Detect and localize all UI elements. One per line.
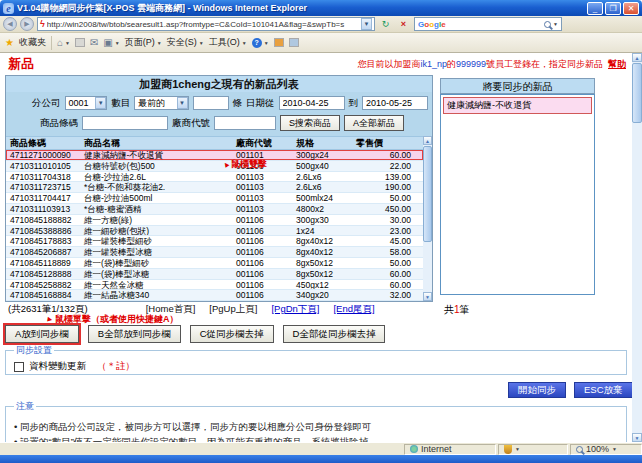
window-title: V1.04購物網同步作業[X-POS 雲端商務網] - Windows Inte… [17,2,587,15]
count-input[interactable] [193,96,229,110]
favorites-star-icon[interactable]: ★ [5,37,14,48]
search-products-button[interactable]: S搜索商品 [280,115,340,131]
back-button[interactable]: ◀ [3,17,17,31]
cell-price: 58.00 [352,247,423,257]
search-input[interactable]: Google ▼ [414,17,562,31]
print-button[interactable]: ▣▼ [103,37,119,48]
safety-menu[interactable]: 安全(S)▼ [167,36,204,49]
table-scrollbar[interactable]: ▲ ▼ [423,136,432,301]
table-row[interactable]: 4710311103913*台糖-糖蜜酒精0011034800x2450.00 [6,204,423,215]
page-menu[interactable]: 页面(P)▼ [125,36,162,49]
table-row[interactable]: 4710845118889維一(袋)棒型細砂0011068gx50x1250.0… [6,258,423,269]
page-scrollbar[interactable]: ▲ ▼ [632,53,642,442]
cell-name: 台糖-沙拉油2.6L [80,172,232,182]
cell-name: 維一罐裝棒型冰糖 [80,247,232,257]
cell-barcode: 4710845188882 [6,215,80,225]
table-row[interactable]: 4710845258882維一天然金冰糖001106450gx1260.00 [6,280,423,291]
pagination-item[interactable]: [PgDn下頁] [271,303,319,314]
sync-action-button[interactable]: B全部放到同步欄 [88,325,181,343]
cell-price: 45.00 [352,236,423,246]
search-dropdown-icon[interactable]: ▼ [553,21,558,27]
scroll-down-icon[interactable]: ▼ [423,292,432,301]
cell-price: 190.00 [352,182,423,192]
cell-vendor: 001103 [232,193,292,203]
all-new-products-button[interactable]: A全部新品 [344,115,404,131]
sync-action-button[interactable]: A放到同步欄 [5,325,79,343]
barcode-label: 商品條碼 [40,117,78,130]
pagination-item[interactable]: [End尾頁] [333,303,374,314]
protected-mode-segment[interactable]: ▼ [498,444,568,455]
login-message-segment: 999999 [456,59,486,69]
branch-label: 分公司 [32,97,61,110]
sync-action-button[interactable]: C從同步欄去掉 [190,325,274,343]
cell-vendor: 001106 [232,226,292,236]
table-row[interactable]: 4710845178883維一罐裝棒型細砂0011068gx40x1245.00 [6,236,423,247]
messenger-icon[interactable] [274,38,284,47]
cell-price: 23.00 [352,226,423,236]
feed-icon[interactable] [75,38,85,47]
esc-cancel-button[interactable]: ESC放棄 [574,382,633,398]
table-row[interactable]: 4710845168884維一結晶冰糖340001106340gx2032.00 [6,290,423,301]
close-button[interactable]: ✕ [623,2,639,15]
table-row[interactable]: 4710845128888維一(袋)棒型冰糖0011068gx50x1260.0… [6,269,423,280]
scroll-up-icon[interactable]: ▲ [423,136,432,145]
column-header: 廠商代號 [232,137,292,149]
table-row[interactable]: 4710311723715*台糖-不飽和葵花油2.0011032.6Lx6190… [6,182,423,193]
cell-price: 32.00 [352,290,423,300]
table-row[interactable]: 4710845206887維一罐裝棒型冰糖0011068gx40x1258.00 [6,247,423,258]
mail-icon[interactable]: ✉ [90,37,98,48]
scroll-down-icon[interactable]: ▼ [632,433,642,442]
table-row[interactable]: 4710311704318台糖-沙拉油2.6L0011032.6Lx6139.0… [6,172,423,183]
cell-barcode: 4710311103913 [6,204,80,214]
cell-price: 50.00 [352,258,423,268]
help-link[interactable]: 幫助 [608,59,626,69]
cell-spec: 340gx20 [292,290,352,300]
refresh-button[interactable]: ↻ [378,17,393,31]
minimize-button[interactable]: _ [587,2,603,15]
column-header: 零售價 [352,137,423,149]
forward-button[interactable]: ▶ [20,17,34,31]
scroll-thumb[interactable] [423,146,432,242]
count-select[interactable]: 最前的▼ [134,96,188,110]
table-row[interactable]: 4710311704417台糖-沙拉油500ml001103500mlx2450… [6,193,423,204]
barcode-input[interactable] [82,116,168,130]
home-button[interactable]: ⌂▼ [57,37,70,48]
table-row[interactable]: 4710311010105台糖特號砂(包)500001103500gx4022.… [6,161,423,172]
scroll-up-icon[interactable]: ▲ [632,53,642,62]
table-row[interactable]: 4710845388886維一細砂糖(包狀)0011061x2423.00 [6,226,423,237]
help-icon: ? [252,38,262,48]
start-sync-button[interactable]: 開始同步 [508,382,566,398]
cell-spec: 300gx24 [292,150,352,160]
cell-price: 60.00 [352,269,423,279]
sync-list-item[interactable]: 健康減納鹽-不收退貨 [443,97,592,114]
address-field[interactable]: ϟ http://win2008/tw/btob/searesult1.asp?… [37,17,375,31]
cell-barcode: 4710311010105 [6,161,80,171]
maximize-button[interactable]: ❐ [605,2,621,15]
favorites-label[interactable]: 收藏夹 [19,36,46,49]
table-row[interactable]: 4711271000090健康減納鹽-不收退貨001101300gx2460.0… [6,150,423,161]
tools-menu[interactable]: 工具(O)▼ [209,36,247,49]
column-header: 規格 [292,137,352,149]
data-update-checkbox[interactable] [14,362,24,372]
print-icon: ▣ [103,37,112,48]
cell-barcode: 4710845118889 [6,258,80,268]
cell-barcode: 4711271000090 [6,150,80,160]
zoom-control[interactable]: 100% ▼ [570,444,642,455]
unit-label: 條 [233,97,243,110]
date-from-input[interactable] [279,96,345,110]
table-row[interactable]: 4710845188882維一方糖(綠)001106300gx3030.00 [6,215,423,226]
cell-spec: 2.6Lx6 [292,172,352,182]
research-icon[interactable] [289,38,299,47]
sync-action-button[interactable]: D全部從同步欄去掉 [283,325,386,343]
help-menu[interactable]: ?▼ [252,38,269,48]
address-dropdown-icon[interactable]: ▼ [361,18,372,30]
vendor-input[interactable] [214,116,276,130]
cell-name: 台糖-沙拉油500ml [80,193,232,203]
branch-select[interactable]: 0001▼ [65,96,108,110]
date-to-input[interactable] [362,96,428,110]
scroll-thumb[interactable] [632,63,642,123]
date-from-label: 日期從 [246,97,275,110]
search-icon[interactable] [544,21,551,28]
data-update-label: 資料變動更新 [29,360,86,373]
stop-button[interactable]: × [396,17,411,31]
